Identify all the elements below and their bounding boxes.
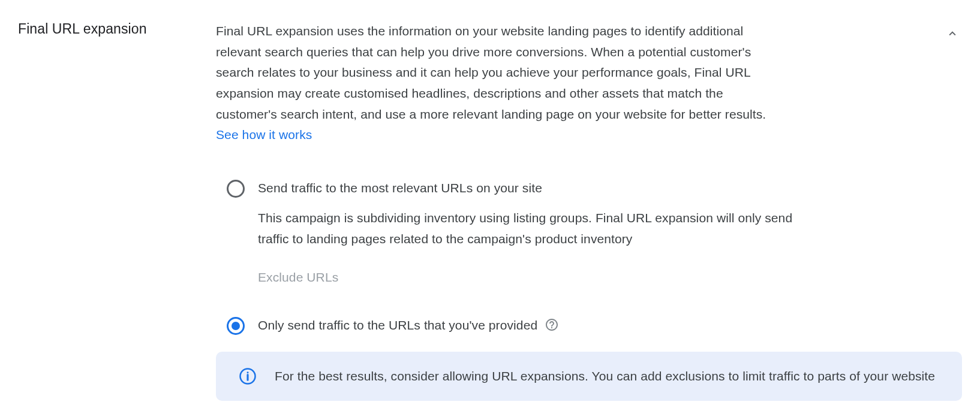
svg-point-2: [247, 371, 249, 373]
section-title: Final URL expansion: [18, 21, 171, 37]
radio-content: Send traffic to the most relevant URLs o…: [258, 179, 962, 285]
section-content-col: Final URL expansion uses the information…: [216, 21, 962, 401]
radio-content: Only send traffic to the URLs that you'v…: [258, 316, 962, 335]
radio-button-provided-urls[interactable]: [227, 317, 245, 335]
exclude-urls-link: Exclude URLs: [258, 270, 962, 285]
radio-label: Send traffic to the most relevant URLs o…: [258, 179, 962, 198]
radio-subtext: This campaign is subdividing inventory u…: [258, 208, 822, 249]
radio-button-relevant-urls[interactable]: [227, 180, 245, 198]
radio-group: Send traffic to the most relevant URLs o…: [216, 179, 962, 335]
help-icon[interactable]: [545, 318, 559, 332]
settings-section: Final URL expansion Final URL expansion …: [18, 21, 962, 401]
section-label-col: Final URL expansion: [18, 21, 171, 401]
radio-option-provided-urls: Only send traffic to the URLs that you'v…: [227, 316, 962, 335]
radio-label-text: Only send traffic to the URLs that you'v…: [258, 316, 537, 335]
radio-option-relevant-urls: Send traffic to the most relevant URLs o…: [227, 179, 962, 285]
collapse-button[interactable]: [943, 24, 962, 43]
info-banner: For the best results, consider allowing …: [216, 352, 962, 401]
see-how-link[interactable]: See how it works: [216, 128, 312, 141]
info-banner-text: For the best results, consider allowing …: [275, 366, 935, 387]
section-description: Final URL expansion uses the information…: [216, 21, 777, 146]
radio-label: Only send traffic to the URLs that you'v…: [258, 316, 962, 335]
info-icon: [239, 367, 257, 385]
chevron-up-icon: [946, 27, 959, 40]
description-text: Final URL expansion uses the information…: [216, 24, 766, 121]
